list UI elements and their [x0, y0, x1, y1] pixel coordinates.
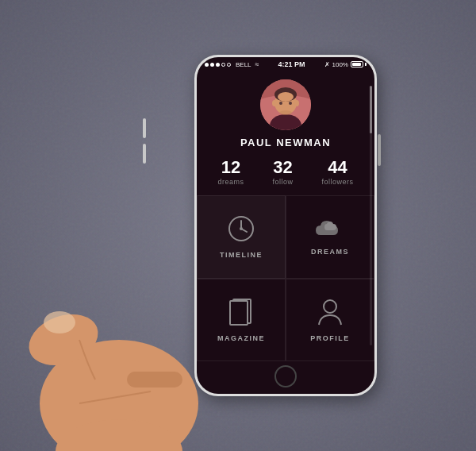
power-button[interactable] — [378, 134, 381, 166]
svg-point-19 — [240, 227, 243, 230]
screen-content: PAUL NEWMAN 12 dreams 32 follow 44 follo… — [197, 70, 374, 361]
wifi-icon: ≈ — [255, 60, 259, 68]
signal-dot-3 — [216, 63, 220, 67]
svg-line-4 — [79, 391, 151, 403]
dreams-count: 12 — [221, 158, 240, 177]
magazine-label: MAGAZINE — [217, 334, 265, 342]
svg-point-12 — [294, 100, 299, 106]
user-name: PAUL NEWMAN — [240, 137, 331, 148]
svg-point-14 — [289, 102, 292, 105]
menu-grid: TIMELINE DREAMS — [197, 195, 374, 361]
timeline-label: TIMELINE — [220, 251, 263, 259]
menu-item-profile[interactable]: PROFILE — [286, 279, 374, 361]
menu-item-magazine[interactable]: MAGAZINE — [197, 279, 286, 361]
battery-icon — [351, 61, 367, 67]
clock-icon — [227, 214, 255, 246]
cloud-icon — [314, 218, 346, 243]
profile-label: PROFILE — [310, 334, 350, 342]
bluetooth-icon: ✗ — [324, 61, 330, 68]
time-display: 4:21 PM — [278, 60, 305, 68]
follow-count: 32 — [273, 158, 292, 177]
stat-follow: 32 follow — [258, 158, 307, 186]
signal-dot-5 — [227, 63, 231, 67]
volume-up-button[interactable] — [143, 118, 146, 138]
signal-dot-1 — [205, 63, 209, 67]
pages-icon — [228, 298, 254, 330]
battery-label: 100% — [332, 61, 348, 68]
svg-point-2 — [44, 311, 75, 333]
scrollbar-thumb[interactable] — [370, 86, 372, 133]
phone-frame: BELL ≈ 4:21 PM ✗ 100% — [147, 55, 377, 396]
dreams-menu-label: DREAMS — [311, 248, 349, 256]
svg-rect-21 — [230, 301, 248, 325]
status-right: ✗ 100% — [324, 61, 367, 68]
followers-count: 44 — [328, 158, 347, 177]
home-button[interactable] — [274, 365, 297, 387]
stat-followers: 44 followers — [308, 158, 368, 186]
person-icon — [317, 298, 343, 330]
carrier-label: BELL — [236, 61, 251, 68]
status-left: BELL ≈ — [205, 60, 259, 68]
signal-dot-4 — [221, 63, 225, 67]
followers-label: followers — [322, 178, 354, 186]
svg-point-5 — [56, 419, 182, 451]
signal-dot-2 — [210, 63, 214, 67]
menu-item-dreams[interactable]: DREAMS — [286, 195, 374, 278]
stats-row: 12 dreams 32 follow 44 followers — [197, 158, 374, 186]
svg-point-22 — [324, 300, 336, 313]
status-bar: BELL ≈ 4:21 PM ✗ 100% — [197, 57, 374, 70]
svg-point-10 — [278, 92, 294, 102]
menu-item-timeline[interactable]: TIMELINE — [197, 195, 286, 278]
volume-down-button[interactable] — [143, 144, 146, 164]
svg-point-1 — [21, 305, 105, 374]
svg-point-13 — [279, 102, 282, 105]
avatar — [260, 79, 311, 130]
svg-point-15 — [279, 110, 292, 115]
svg-point-11 — [272, 100, 277, 106]
stat-dreams: 12 dreams — [203, 158, 258, 186]
dreams-label: dreams — [217, 178, 244, 186]
home-button-area — [197, 361, 374, 394]
follow-label: follow — [272, 178, 293, 186]
phone-screen: BELL ≈ 4:21 PM ✗ 100% — [194, 55, 377, 396]
